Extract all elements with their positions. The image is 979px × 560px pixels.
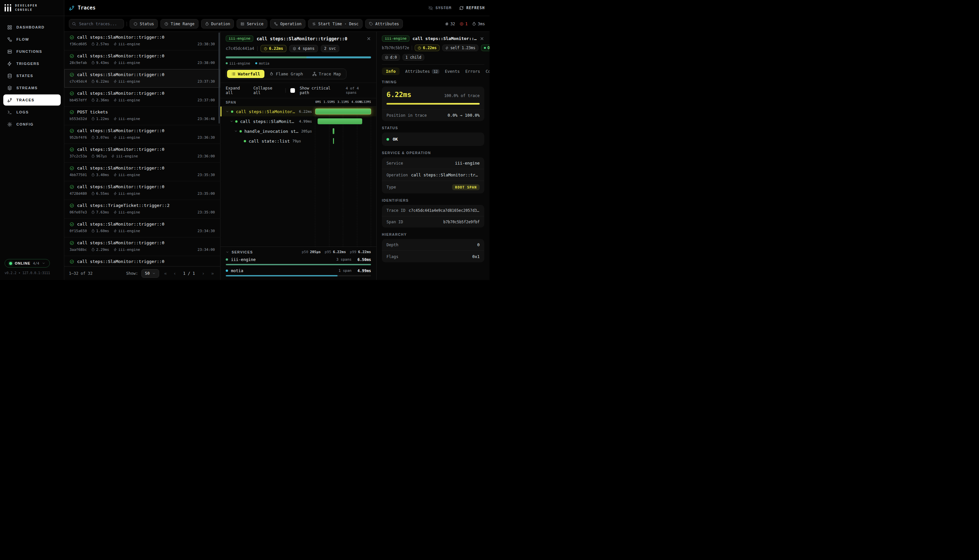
- close-inspector-button[interactable]: [479, 37, 484, 41]
- inspector-tab-events[interactable]: Events: [445, 68, 459, 75]
- dashboard-icon: [7, 25, 12, 30]
- chevron-down-icon[interactable]: [234, 130, 237, 133]
- span-name: call steps::SlaMonitor::…: [240, 119, 296, 124]
- sidebar-item-label: TRIGGERS: [17, 62, 39, 65]
- system-toggle-button[interactable]: SYSTEM: [428, 5, 451, 10]
- trace-list-item[interactable]: call steps::SlaMonitor::trigger::0bb457d…: [64, 88, 220, 107]
- service-bar-segment-iii-engine: [226, 57, 306, 58]
- filter-button-service[interactable]: Service: [237, 19, 267, 28]
- span-duration: 205µs: [301, 129, 312, 133]
- refresh-button[interactable]: REFRESH: [459, 5, 485, 10]
- next-page-button[interactable]: ›: [200, 271, 206, 276]
- service-operation-row: TypeROOT SPAN: [382, 181, 484, 193]
- span-duration-bar[interactable]: [333, 138, 334, 144]
- check-circle-icon: [70, 128, 74, 133]
- inspector-tab-attributes[interactable]: Attributes12: [405, 68, 439, 75]
- tab-trace-map[interactable]: Trace Map: [308, 70, 346, 78]
- span-duration-bar[interactable]: [332, 128, 335, 134]
- flame-icon: [269, 72, 274, 76]
- trace-list-item[interactable]: call steps::SlaMonitor::trigger::03aaf68…: [64, 237, 220, 256]
- tab-label: Trace Map: [319, 72, 341, 77]
- scrollbar-thumb[interactable]: [219, 32, 220, 123]
- trace-item-duration: 7.63ms: [91, 210, 109, 215]
- service-operation-row: Serviceiii-engine: [382, 157, 484, 169]
- sidebar-item-logs[interactable]: LOGS: [3, 107, 61, 118]
- check-circle-icon: [70, 203, 74, 208]
- service-row-iii-engine[interactable]: iii-engine3 spans6.50ms: [226, 257, 371, 265]
- trace-list-item[interactable]: call steps::SlaMonitor::trigger::00f15a6…: [64, 219, 220, 237]
- online-status-pill[interactable]: ONLINE 4/4: [5, 259, 50, 268]
- span-name: handle_invocation stat…: [244, 129, 299, 134]
- close-trace-button[interactable]: [366, 37, 371, 41]
- filter-button-operation[interactable]: Operation: [270, 19, 306, 28]
- search-input[interactable]: [69, 19, 124, 28]
- chevron-down-icon[interactable]: [226, 250, 229, 254]
- waterfall-span-row[interactable]: call state::list79µs: [221, 136, 376, 146]
- waterfall-body: call steps::SlaMonitor::tr…6.22mscall st…: [221, 107, 376, 247]
- filter-button-time-range[interactable]: Time Range: [160, 19, 198, 28]
- trace-list-item[interactable]: call steps::SlaMonitor::trigger::037c2c5…: [64, 144, 220, 163]
- waterfall-span-row[interactable]: call steps::SlaMonitor::…4.99ms: [221, 117, 376, 126]
- trace-list-item[interactable]: call steps::SlaMonitor::trigger::01f18ef…: [64, 256, 220, 266]
- last-page-button[interactable]: »: [210, 271, 216, 276]
- trace-list-item[interactable]: POST ticketsb553d32d1.22msiii-engine23:3…: [64, 107, 220, 125]
- inspector-tab-context[interactable]: Context: [486, 68, 490, 75]
- trace-list-item[interactable]: call steps::SlaMonitor::trigger::04728d4…: [64, 181, 220, 200]
- kv-key: Trace ID: [386, 208, 406, 213]
- prev-page-button[interactable]: ‹: [172, 271, 178, 276]
- service-row-motia[interactable]: motia1 span4.99ms: [226, 268, 371, 277]
- sidebar-item-triggers[interactable]: TRIGGERS: [3, 58, 61, 69]
- trace-list-item[interactable]: call steps::SlaMonitor::trigger::0f36cd6…: [64, 32, 220, 50]
- tab-waterfall[interactable]: Waterfall: [227, 70, 264, 78]
- timing-section-label: TIMING: [382, 80, 484, 84]
- trace-list-item[interactable]: call steps::SlaMonitor::trigger::028c9ef…: [64, 50, 220, 69]
- span-duration: 79µs: [292, 139, 301, 143]
- sidebar-item-functions[interactable]: FUNCTIONS: [3, 46, 61, 57]
- chevron-down-icon[interactable]: [230, 120, 233, 123]
- trace-list-item[interactable]: call steps::SlaMonitor::trigger::0c7c45d…: [64, 69, 220, 88]
- filter-button-status[interactable]: Status: [130, 19, 158, 28]
- first-page-button[interactable]: «: [162, 271, 168, 276]
- timeline-tick: 0MS: [315, 100, 321, 103]
- trace-list-item[interactable]: call steps::SlaMonitor::trigger::04bb775…: [64, 163, 220, 181]
- filter-button-duration[interactable]: Duration: [201, 19, 234, 28]
- inspector-tab-info[interactable]: Info: [382, 68, 399, 75]
- trace-item-title: call steps::SlaMonitor::trigger::0: [77, 128, 164, 133]
- sidebar-item-dashboard[interactable]: DASHBOARD: [3, 22, 61, 33]
- trace-item-title: call steps::SlaMonitor::trigger::0: [77, 147, 164, 152]
- trace-item-title: call steps::SlaMonitor::trigger::0: [77, 35, 164, 40]
- span-duration-bar[interactable]: [317, 118, 362, 124]
- span-duration-bar[interactable]: [315, 108, 371, 115]
- sidebar-item-traces[interactable]: TRACES: [3, 95, 61, 105]
- inspector-tab-errors[interactable]: Errors: [465, 68, 480, 75]
- logo-line-2: CONSOLE: [15, 8, 32, 12]
- sidebar-item-streams[interactable]: STREAMS: [3, 82, 61, 93]
- kv-value: b7b70c5b5f2e9fbf: [443, 220, 479, 224]
- expand-all-button[interactable]: Expand all: [226, 86, 249, 95]
- critical-path-checkbox[interactable]: [291, 88, 295, 93]
- check-circle-icon: [70, 147, 74, 152]
- trace-list-item[interactable]: call steps::SlaMonitor::trigger::0952bf4…: [64, 125, 220, 144]
- clock-icon: [164, 22, 168, 26]
- identifiers-section-label: IDENTIFIERS: [382, 198, 484, 202]
- sidebar-item-flow[interactable]: FLOW: [3, 34, 61, 45]
- stopwatch-icon: [91, 136, 95, 139]
- inspector-tab-label: Attributes: [405, 69, 430, 74]
- filter-button-start-time-desc[interactable]: Start Time · Desc: [308, 19, 363, 28]
- zap-icon: [114, 248, 117, 252]
- page-size-select[interactable]: 50: [141, 269, 159, 278]
- page-size-value: 50: [145, 271, 150, 276]
- tab-flame-graph[interactable]: Flame Graph: [265, 70, 307, 78]
- trace-list-item[interactable]: call steps::TriageTicket::trigger::206fe…: [64, 200, 220, 219]
- waterfall-span-row[interactable]: handle_invocation stat…205µs: [221, 126, 376, 136]
- zap-icon: [114, 42, 117, 46]
- chevron-down-icon[interactable]: [226, 110, 229, 113]
- filter-button-attributes[interactable]: Attributes: [365, 19, 403, 28]
- sidebar-item-config[interactable]: CONFIG: [3, 119, 61, 130]
- search-icon: [72, 22, 76, 26]
- sidebar-item-states[interactable]: STATES: [3, 70, 61, 81]
- waterfall-span-row[interactable]: call steps::SlaMonitor::tr…6.22ms: [221, 107, 376, 117]
- kv-key: Type: [386, 185, 396, 190]
- span-count: 4 of 4 spans: [346, 86, 371, 95]
- collapse-all-button[interactable]: Collapse all: [253, 86, 281, 95]
